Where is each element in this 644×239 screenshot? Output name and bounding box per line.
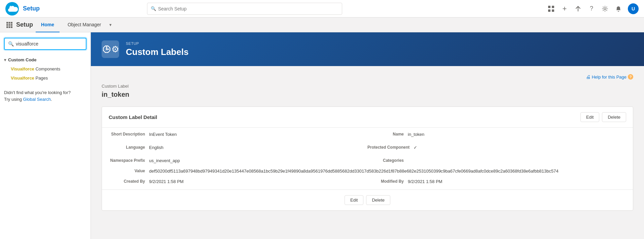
topbar: Setup 🔍 + ? (0, 0, 644, 18)
tab-object-manager-label: Object Manager (68, 22, 101, 27)
delete-button-bottom[interactable]: Delete (366, 195, 390, 205)
sidebar-section-label: Custom Code (8, 57, 37, 62)
page-title: Setup (16, 21, 33, 28)
global-search-box[interactable]: 🔍 (147, 3, 342, 15)
sidebar-search-box[interactable]: 🔍 (4, 38, 86, 50)
svg-rect-11 (11, 24, 12, 26)
detail-card: Custom Label Detail Edit Delete Short De… (102, 107, 633, 211)
chevron-down-icon: ▾ (109, 22, 112, 27)
language-field: Language English (109, 144, 367, 151)
tab-home[interactable]: Home (36, 18, 60, 32)
created-by-value: 9/2/2021 1:58 PM (149, 179, 184, 184)
settings-icon[interactable] (601, 5, 609, 13)
created-by-field: Created By 9/2/2021 1:58 PM (109, 178, 367, 185)
add-icon[interactable]: + (561, 5, 569, 13)
svg-rect-13 (9, 26, 10, 28)
svg-rect-8 (11, 22, 12, 24)
protected-component-field: Protected Component ✓ (367, 144, 626, 151)
page-header-text: SETUP Custom Labels (126, 41, 188, 57)
sidebar-search-icon: 🔍 (8, 41, 14, 47)
detail-card-actions: Edit Delete (580, 112, 626, 122)
value-row: Value def50200df5113a697948bd97949341d20… (102, 167, 633, 175)
delete-button-top[interactable]: Delete (602, 112, 626, 122)
sidebar-item-visualforce-pages[interactable]: Visualforce Pages (0, 73, 91, 83)
tab-home-label: Home (41, 22, 54, 27)
name-value: in_token (408, 132, 424, 137)
record-type-label: Custom Label (102, 84, 633, 89)
svg-rect-4 (552, 9, 554, 12)
help-for-page-link[interactable]: 🖨 Help for this Page ? (586, 74, 633, 80)
edit-button-bottom[interactable]: Edit (345, 195, 363, 205)
fields-row-1: Short Description InEvent Token Name in_… (102, 128, 633, 141)
salesforce-logo[interactable] (5, 2, 19, 16)
content-body: 🖨 Help for this Page ? Custom Label in_t… (91, 66, 644, 219)
name-label: Name (367, 132, 408, 137)
sidebar: 🔍 ▾ Custom Code Visualforce Components V… (0, 32, 91, 239)
not-found-line1: Didn't find what you're looking for? (4, 90, 71, 95)
user-avatar[interactable]: U (628, 3, 639, 14)
page-header-icon: ⚙ (102, 40, 119, 58)
categories-label: Categories (367, 158, 408, 163)
namespace-prefix-field: Namespace Prefix us_inevent_app (109, 157, 367, 165)
update-icon[interactable] (574, 5, 582, 13)
namespace-prefix-value: us_inevent_app (149, 158, 180, 163)
item-suffix: Pages (34, 76, 48, 81)
modified-by-value: 9/2/2021 1:58 PM (408, 179, 442, 184)
svg-rect-6 (6, 22, 8, 24)
tab-dropdown[interactable]: ▾ (109, 22, 112, 27)
svg-rect-10 (9, 24, 10, 26)
grid-icon[interactable] (547, 5, 555, 13)
main-layout: 🔍 ▾ Custom Code Visualforce Components V… (0, 32, 644, 239)
short-description-value: InEvent Token (149, 132, 177, 137)
edit-button-top[interactable]: Edit (580, 112, 599, 122)
tab-object-manager[interactable]: Object Manager (62, 18, 107, 32)
svg-point-5 (604, 8, 606, 10)
fields-row-3: Namespace Prefix us_inevent_app Categori… (102, 154, 633, 167)
protected-component-value: ✓ (414, 145, 417, 150)
sidebar-section-header[interactable]: ▾ Custom Code (0, 55, 91, 64)
language-value: English (149, 145, 164, 150)
bell-icon[interactable] (614, 5, 622, 13)
svg-rect-2 (552, 6, 554, 8)
content-area: ⚙ SETUP Custom Labels 🖨 Help for this Pa… (91, 32, 644, 239)
sidebar-item-visualforce-components[interactable]: Visualforce Components (0, 64, 91, 73)
namespace-prefix-label: Namespace Prefix (109, 158, 149, 163)
value-value: def50200df5113a697948bd97949341d20e13544… (149, 169, 559, 174)
highlight-text: Visualforce (11, 66, 34, 71)
svg-rect-1 (548, 6, 550, 8)
fields-row-2: Language English Protected Component ✓ (102, 141, 633, 154)
svg-rect-12 (6, 26, 8, 28)
categories-field: Categories (367, 157, 626, 165)
item-suffix: Components (34, 66, 60, 71)
bottom-actions: Edit Delete (102, 189, 633, 210)
created-by-label: Created By (109, 179, 149, 184)
app-name: Setup (23, 5, 40, 12)
help-circle-icon: ? (628, 74, 633, 80)
detail-card-title: Custom Label Detail (109, 114, 157, 120)
global-search-link[interactable]: Global Search (23, 97, 51, 102)
page-breadcrumb: SETUP (126, 41, 188, 46)
record-name: in_token (102, 91, 633, 98)
topbar-icons: + ? U (547, 3, 639, 14)
detail-card-header: Custom Label Detail Edit Delete (102, 107, 633, 128)
protected-component-label: Protected Component (367, 145, 414, 150)
not-found-line2: Try using Global Search. (4, 97, 52, 102)
svg-rect-7 (9, 22, 10, 24)
value-label: Value (109, 169, 149, 174)
page-header-title: Custom Labels (126, 47, 188, 57)
page-header: ⚙ SETUP Custom Labels (91, 32, 644, 66)
help-link-container: 🖨 Help for this Page ? (102, 74, 633, 80)
sidebar-search-input[interactable] (16, 41, 82, 47)
svg-rect-9 (6, 24, 8, 26)
global-search-input[interactable] (158, 6, 338, 11)
name-field: Name in_token (367, 130, 626, 138)
svg-rect-3 (548, 9, 550, 12)
search-icon: 🔍 (151, 6, 156, 11)
fields-row-audit: Created By 9/2/2021 1:58 PM Modified By … (102, 175, 633, 189)
help-icon[interactable]: ? (587, 5, 596, 13)
modified-by-field: Modified By 9/2/2021 1:58 PM (367, 178, 626, 185)
svg-rect-14 (11, 26, 12, 28)
modified-by-label: Modified By (367, 179, 408, 184)
app-launcher-icon[interactable] (5, 21, 13, 29)
chevron-down-icon: ▾ (4, 58, 6, 62)
